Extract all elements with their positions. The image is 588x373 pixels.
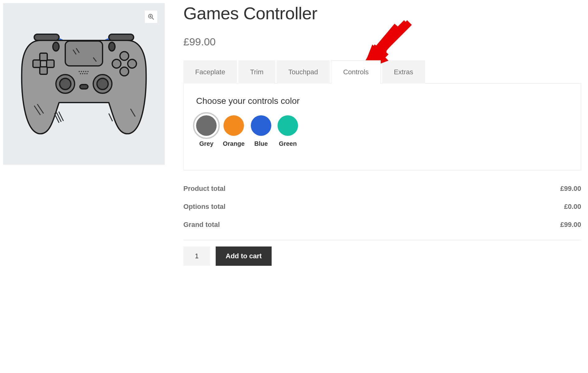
svg-point-21 [81,71,82,72]
tab-faceplate[interactable]: Faceplate [183,60,237,84]
swatch-color-grey [196,115,217,136]
svg-point-16 [60,78,71,90]
svg-line-35 [59,112,63,121]
svg-rect-6 [65,41,103,66]
svg-point-11 [120,52,129,60]
swatch-color-blue [251,115,271,136]
swatch-orange[interactable]: Orange [223,115,245,147]
svg-line-1 [152,18,154,20]
controls-panel-title: Choose your controls color [196,96,568,106]
svg-point-25 [80,73,81,74]
swatch-color-orange [223,115,244,136]
totals: Product total £99.00 Options total £0.00… [183,180,581,234]
product-info-column: Games Controller £99.00 Faceplate Trim T… [183,3,581,266]
product-price: £99.00 [183,36,581,48]
product-title: Games Controller [183,3,581,23]
tab-extras[interactable]: Extras [382,60,425,84]
swatch-green[interactable]: Green [278,115,298,147]
svg-point-18 [97,78,108,90]
swatch-color-green [278,115,298,136]
svg-point-29 [53,42,59,51]
grand-total-label: Grand total [183,221,220,229]
svg-rect-19 [80,85,88,89]
product-total-row: Product total £99.00 [183,180,581,198]
svg-point-30 [109,42,115,51]
options-total-label: Options total [183,203,226,211]
svg-point-14 [128,59,136,68]
tabs: Faceplate Trim Touchpad Controls Extras [183,60,581,84]
swatch-label-blue: Blue [254,140,268,147]
swatch-label-grey: Grey [199,140,214,147]
separator [183,240,581,240]
swatch-blue[interactable]: Blue [251,115,271,147]
swatch-grey[interactable]: Grey [196,115,217,147]
zoom-icon[interactable] [145,11,157,23]
product-total-value: £99.00 [560,185,581,193]
swatch-label-green: Green [279,140,297,147]
svg-rect-9 [33,60,40,67]
svg-point-22 [83,71,84,72]
tab-panel-controls: Choose your controls color Grey Orange B… [183,83,581,170]
tab-controls[interactable]: Controls [331,60,381,84]
options-total-value: £0.00 [564,203,581,211]
svg-rect-8 [40,67,47,74]
grand-total-value: £99.00 [560,221,581,229]
grand-total-row: Grand total £99.00 [183,216,581,234]
tab-touchpad[interactable]: Touchpad [277,60,330,84]
svg-point-28 [86,73,88,74]
add-to-cart-button[interactable]: Add to cart [216,246,272,266]
svg-rect-4 [34,34,59,40]
svg-rect-5 [109,34,134,40]
svg-rect-7 [40,53,47,61]
product-image-column [3,3,165,266]
tab-trim[interactable]: Trim [238,60,275,84]
svg-point-13 [112,59,121,68]
color-swatches: Grey Orange Blue Green [196,115,568,147]
svg-point-20 [79,71,80,72]
swatch-label-orange: Orange [223,140,245,147]
svg-line-34 [57,113,61,122]
quantity-input[interactable] [183,246,210,266]
product-image[interactable] [3,3,165,165]
svg-point-12 [120,67,129,76]
svg-rect-10 [47,60,54,67]
product-total-label: Product total [183,185,226,193]
svg-point-26 [82,73,83,74]
controller-image-icon [16,28,152,140]
svg-point-23 [85,71,86,72]
cart-row: Add to cart [183,246,581,266]
svg-point-24 [87,71,89,72]
svg-point-27 [84,73,85,74]
svg-line-36 [109,113,113,121]
svg-line-33 [54,113,59,123]
options-total-row: Options total £0.00 [183,198,581,216]
